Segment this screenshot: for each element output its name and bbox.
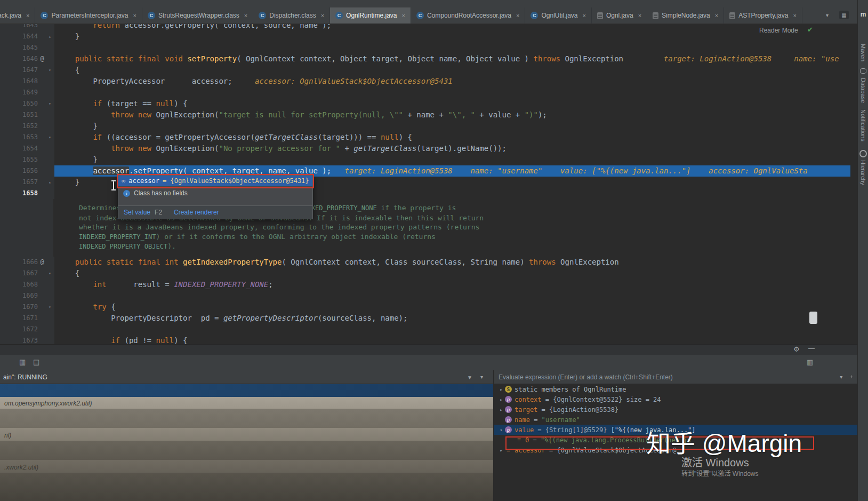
fold-icon[interactable]: ▾: [46, 268, 53, 279]
tool-button-notifications[interactable]: Notifications: [860, 109, 866, 141]
stack-frame[interactable]: om.opensymphony.xwork2.util): [4, 400, 92, 407]
code-text: }: [54, 121, 850, 132]
close-icon[interactable]: ×: [793, 12, 796, 19]
class-icon: C: [531, 12, 538, 19]
maven-icon[interactable]: m: [858, 11, 868, 18]
editor-tab[interactable]: COgnlUtil.java×: [525, 7, 591, 23]
class-icon: C: [41, 12, 48, 19]
close-icon[interactable]: ×: [133, 12, 136, 19]
set-value-link[interactable]: Set value: [124, 209, 150, 216]
tool-button-maven[interactable]: Maven: [860, 44, 866, 61]
tool-button-database[interactable]: Database: [860, 78, 866, 103]
thread-selected-row[interactable]: [0, 384, 493, 397]
fold-icon[interactable]: ▾: [46, 98, 53, 109]
tab-label: OgnlUtil.java: [541, 12, 577, 19]
close-icon[interactable]: ×: [244, 12, 247, 19]
close-icon[interactable]: ×: [582, 12, 585, 19]
tree-chevron-icon[interactable]: ▸: [497, 387, 505, 392]
fold-icon[interactable]: ▾: [46, 65, 53, 76]
debug-layout-icon[interactable]: ▤: [33, 358, 39, 366]
create-renderer-link[interactable]: Create renderer: [174, 209, 219, 216]
tool-button-hierarchy[interactable]: Hierarchy: [860, 160, 866, 185]
editor-tab[interactable]: CCompoundRootAccessor.java×: [411, 7, 526, 23]
gutter: 1672: [0, 324, 54, 335]
activate-windows-text: 激活 Windows: [681, 454, 749, 470]
gutter: 1645: [0, 42, 54, 53]
tree-chevron-icon[interactable]: ▸: [497, 397, 505, 402]
line-number: 1656: [14, 165, 38, 177]
editor-tab[interactable]: SimpleNode.java×: [647, 7, 724, 23]
debug-session-header: ain": RUNNING: [0, 370, 493, 384]
popup-expression-name: accessor: [128, 177, 159, 185]
gutter: 1644▴: [0, 31, 54, 42]
minimize-icon[interactable]: —: [808, 345, 815, 352]
close-icon[interactable]: ×: [26, 12, 29, 19]
tab-overflow-icon[interactable]: ▾: [826, 12, 829, 18]
editor-tab[interactable]: ASTProperty.java×: [724, 7, 802, 23]
fold-icon[interactable]: ▾: [46, 301, 53, 313]
editor-tab[interactable]: CDispatcher.class×: [253, 7, 330, 23]
variable-row[interactable]: ▸ptarget = {LoginAction@5538}: [494, 404, 857, 415]
editor-tab-bar: ack.java×CParametersInterceptor.java×CSt…: [0, 0, 857, 24]
editor-tab[interactable]: CParametersInterceptor.java×: [35, 7, 142, 23]
close-icon[interactable]: ×: [516, 12, 519, 19]
editor-tab[interactable]: COgnlRuntime.java×: [330, 7, 411, 23]
gutter: 1673: [0, 335, 54, 344]
code-line: 1655 }: [0, 154, 850, 165]
line-number: 1672: [14, 324, 38, 335]
code-text: if (pd != null) {: [54, 335, 850, 344]
fold-icon[interactable]: ▴: [46, 177, 53, 188]
database-icon[interactable]: [858, 68, 868, 74]
popup-expression-value: = {OgnlValueStack$ObjectAccessor@5431}: [163, 177, 309, 185]
settings-gear-icon[interactable]: ⚙: [793, 345, 800, 353]
gutter: 1657▴: [0, 177, 54, 188]
editor-tab[interactable]: Ognl.java×: [592, 7, 647, 23]
tree-chevron-icon[interactable]: ▸: [497, 407, 505, 412]
editor-scrollbar[interactable]: [850, 24, 857, 344]
tree-chevron-icon[interactable]: ▾: [497, 427, 505, 433]
filter-funnel-icon[interactable]: ▼: [467, 375, 472, 380]
line-number: 1657: [14, 177, 38, 188]
watch-dropdown-icon[interactable]: ▾: [840, 374, 842, 380]
close-icon[interactable]: ×: [401, 12, 405, 19]
variable-row[interactable]: ▸pcontext = {OgnlContext@5522} size = 24: [494, 394, 857, 404]
scrollbar-thumb[interactable]: [809, 312, 817, 324]
stack-frame[interactable]: .xwork2.util): [4, 464, 38, 471]
debug-panel-icon[interactable]: ▥: [807, 358, 813, 366]
code-text: }: [54, 31, 850, 42]
reader-mode-label: Reader Mode: [759, 27, 798, 34]
debug-grid-icon[interactable]: ▦: [19, 358, 26, 366]
gutter-annotation-icon: @: [38, 257, 46, 268]
session-dropdown-icon[interactable]: ▾: [480, 374, 483, 380]
code-line: 1673 if (pd != null) {: [0, 335, 850, 344]
editor-layout-icon[interactable]: ▦: [839, 11, 849, 19]
popup-selected-row[interactable]: ∞ accessor = {OgnlValueStack$ObjectAcces…: [118, 176, 312, 186]
code-text: return accessor.getProperty( context, so…: [54, 24, 850, 31]
code-text: if ((accessor = getPropertyAccessor(getT…: [54, 132, 850, 143]
inspections-check-icon[interactable]: ✔: [807, 26, 813, 34]
variable-row[interactable]: ▸Sstatic members of OgnlRuntime: [494, 384, 857, 394]
hierarchy-icon[interactable]: [858, 150, 868, 157]
code-text: [54, 42, 850, 53]
tree-chevron-icon[interactable]: ▸: [497, 448, 505, 453]
close-icon[interactable]: ×: [638, 12, 641, 19]
fold-icon[interactable]: ▾: [46, 132, 53, 143]
stack-frame[interactable]: nl): [4, 432, 11, 439]
close-icon[interactable]: ×: [715, 12, 718, 19]
close-icon[interactable]: ×: [321, 12, 324, 19]
code-text: public static final int getIndexedProper…: [54, 257, 850, 268]
variable-value: {LoginAction@5538}: [549, 406, 618, 413]
tab-label: ack.java: [0, 12, 21, 19]
gutter: 1651: [0, 109, 54, 121]
editor-tab[interactable]: ack.java×: [0, 7, 35, 23]
variable-name: 0: [525, 436, 529, 444]
add-watch-icon[interactable]: +: [850, 374, 853, 380]
fold-icon[interactable]: ▴: [46, 31, 53, 42]
code-text: public static final void setProperty( Og…: [54, 53, 850, 65]
editor-tab[interactable]: CStrutsRequestWrapper.class×: [142, 7, 253, 23]
gutter-annotation-icon: @: [38, 53, 46, 65]
variable-name: name: [515, 416, 530, 424]
popup-info-text: Class has no fields: [134, 189, 188, 197]
file-icon: [597, 12, 603, 19]
evaluate-expression-bar[interactable]: Evaluate expression (Enter) or add a wat…: [494, 370, 857, 384]
